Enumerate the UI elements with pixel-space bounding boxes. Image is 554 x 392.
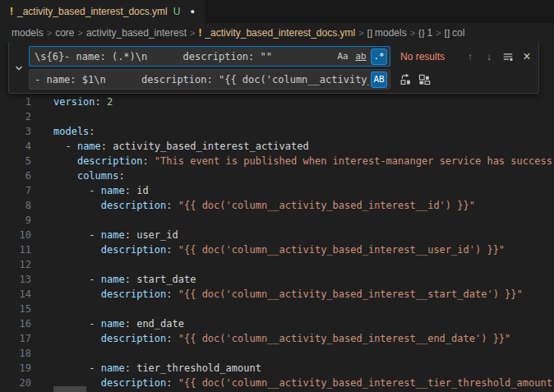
vscode-window: ! _activity_based_interest_docs.yml U ● … <box>0 0 554 392</box>
code-line[interactable]: 8 description: "{{ doc('column__activity… <box>0 198 554 213</box>
line-number[interactable]: 17 <box>0 331 31 346</box>
replace-button[interactable] <box>397 71 413 88</box>
whole-word-button[interactable]: ab <box>353 48 369 65</box>
code-lines: 1version: 223models:4 - name: activity_b… <box>0 43 554 390</box>
line-text: description: "{{ doc('column__activity_b… <box>53 198 475 213</box>
replace-all-button[interactable] <box>416 71 432 88</box>
code-line[interactable]: 19 - name: tier_threshold_amount <box>0 361 554 376</box>
line-number[interactable]: 14 <box>0 287 31 302</box>
find-input[interactable]: \s{6}- name: (.*)\n description: "" Aa a… <box>29 46 390 67</box>
symbol-object-icon: { } <box>418 29 423 38</box>
previous-match-button[interactable]: ↑ <box>462 48 478 65</box>
line-text: columns: <box>53 168 125 183</box>
breadcrumb-label: _activity_based_interest_docs.yml <box>205 27 355 39</box>
line-number[interactable]: 19 <box>0 361 31 376</box>
code-line[interactable]: 9 <box>0 213 554 228</box>
line-number[interactable]: 16 <box>0 316 31 331</box>
breadcrumb-item-models[interactable]: [ ]models <box>367 27 407 39</box>
replace-nav <box>397 71 432 88</box>
code-line[interactable]: 3models: <box>0 124 554 139</box>
code-line[interactable]: 11 description: "{{ doc('column__activit… <box>0 242 554 257</box>
code-line[interactable]: 7 - name: id <box>0 183 554 198</box>
replace-icon <box>399 73 412 85</box>
preserve-case-button[interactable]: AB <box>371 71 387 88</box>
code-line[interactable]: 16 - name: end_date <box>0 316 554 331</box>
code-line[interactable]: 6 columns: <box>0 168 554 183</box>
symbol-array-icon: [ ] <box>367 29 372 38</box>
horizontal-scrollbar-thumb[interactable] <box>53 386 86 392</box>
line-number[interactable]: 4 <box>0 139 31 154</box>
breadcrumb-item-models[interactable]: models <box>12 27 44 39</box>
editor[interactable]: 1version: 223models:4 - name: activity_b… <box>0 43 554 392</box>
breadcrumb-label: 1 <box>427 27 433 39</box>
line-text: description: "{{ doc('column__activity_b… <box>53 376 552 390</box>
modified-dot-icon[interactable]: ● <box>190 7 194 16</box>
breadcrumb-separator: > <box>190 28 195 38</box>
line-number[interactable]: 13 <box>0 272 31 287</box>
tab-filename: _activity_based_interest_docs.yml <box>17 6 168 17</box>
breadcrumb-label: activity_based_interest <box>86 27 187 39</box>
find-in-selection-button[interactable] <box>500 48 516 65</box>
line-number[interactable]: 9 <box>0 213 31 228</box>
breadcrumb-item-activity-based-interest[interactable]: activity_based_interest <box>86 27 187 39</box>
regex-button[interactable]: .* <box>371 48 387 65</box>
line-text: models: <box>53 124 95 139</box>
match-case-button[interactable]: Aa <box>335 48 351 65</box>
breadcrumb-label: col <box>452 27 464 39</box>
breadcrumb-label: models <box>375 27 407 39</box>
line-text: description: "{{ doc('column__activity_b… <box>53 242 505 257</box>
line-number[interactable]: 3 <box>0 124 31 139</box>
code-line[interactable]: 14 description: "{{ doc('column__activit… <box>0 287 554 302</box>
replace-row: - name: $1\n description: "{{ doc('colum… <box>29 69 535 90</box>
find-nav: ↑ ↓ × <box>462 48 535 65</box>
line-number[interactable]: 20 <box>0 376 31 390</box>
breadcrumb-separator: > <box>436 28 441 38</box>
line-number[interactable]: 7 <box>0 183 31 198</box>
close-button[interactable]: × <box>519 48 535 65</box>
replace-input-value: - name: $1\n description: "{{ doc('colum… <box>35 74 369 85</box>
code-line[interactable]: 4 - name: activity_based_interest_activa… <box>0 139 554 154</box>
line-number[interactable]: 5 <box>0 154 31 168</box>
line-text: - name: tier_threshold_amount <box>53 361 261 376</box>
line-number[interactable]: 15 <box>0 302 31 316</box>
code-line[interactable]: 5 description: "This event is published … <box>0 154 554 168</box>
line-number[interactable]: 18 <box>0 346 31 361</box>
warning-icon: ! <box>10 6 13 17</box>
breadcrumb-item--activity-based-interest-docs-yml[interactable]: !_activity_based_interest_docs.yml <box>198 27 355 39</box>
line-number[interactable]: 6 <box>0 168 31 183</box>
line-number[interactable]: 1 <box>0 95 31 109</box>
line-text: description: "{{ doc('column__activity_b… <box>53 331 510 346</box>
line-number[interactable]: 12 <box>0 257 31 272</box>
code-line[interactable]: 17 description: "{{ doc('column__activit… <box>0 331 554 346</box>
find-results-count: No results <box>400 51 445 62</box>
find-row: \s{6}- name: (.*)\n description: "" Aa a… <box>29 46 535 67</box>
next-match-button[interactable]: ↓ <box>481 48 497 65</box>
breadcrumb-label: models <box>12 27 44 39</box>
code-line[interactable]: 2 <box>0 109 554 124</box>
code-line[interactable]: 15 <box>0 302 554 316</box>
breadcrumb-item-col[interactable]: [ ]col <box>445 27 465 39</box>
line-number[interactable]: 10 <box>0 228 31 242</box>
find-in-selection-icon <box>502 51 514 62</box>
chevron-down-icon <box>14 63 24 73</box>
replace-input[interactable]: - name: $1\n description: "{{ doc('colum… <box>29 69 390 90</box>
breadcrumb-separator: > <box>358 28 363 38</box>
symbol-array-icon: [ ] <box>445 29 449 38</box>
code-line[interactable]: 13 - name: start_date <box>0 272 554 287</box>
line-text: - name: activity_based_interest_activate… <box>53 139 309 154</box>
breadcrumb-item-1[interactable]: { }1 <box>418 27 432 39</box>
breadcrumb-separator: > <box>77 28 82 38</box>
breadcrumb: models>core>activity_based_interest>!_ac… <box>0 23 554 43</box>
toggle-replace-button[interactable] <box>12 46 25 90</box>
breadcrumb-item-core[interactable]: core <box>55 27 74 39</box>
code-line[interactable]: 12 <box>0 257 554 272</box>
line-number[interactable]: 11 <box>0 242 31 257</box>
line-number[interactable]: 8 <box>0 198 31 213</box>
code-line[interactable]: 18 <box>0 346 554 361</box>
tab-activity-based-interest-docs-yml[interactable]: ! _activity_based_interest_docs.yml U ● <box>0 0 205 23</box>
line-text: version: 2 <box>53 95 113 109</box>
git-status-badge: U <box>173 6 181 17</box>
code-line[interactable]: 1version: 2 <box>0 95 554 109</box>
line-number[interactable]: 2 <box>0 109 31 124</box>
code-line[interactable]: 10 - name: user_id <box>0 228 554 242</box>
